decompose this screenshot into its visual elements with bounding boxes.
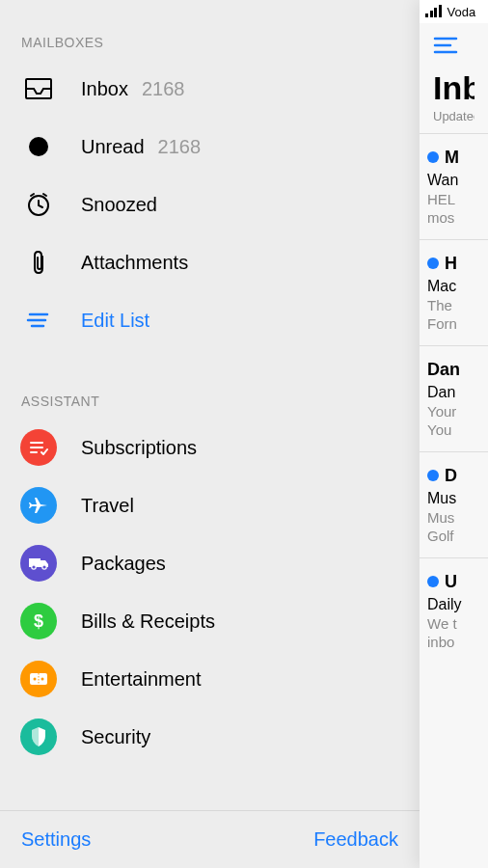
inbox-label: Inbox [81,78,128,100]
attachments-label: Attachments [81,252,188,274]
message-sender: U [445,572,457,591]
message-preview: Forn [427,315,488,332]
sidebar-item-subscriptions[interactable]: Subscriptions [0,419,420,476]
unread-dot-icon [427,258,439,269]
hamburger-menu-button[interactable] [433,37,474,54]
page-title: Inbox [433,69,474,107]
status-bar: Voda [420,0,488,23]
message-sender: D [445,466,457,485]
svg-point-1 [29,137,48,156]
sidebar-item-security[interactable]: Security [0,708,420,766]
clock-icon [19,192,58,217]
edit-list-label: Edit List [81,310,149,332]
settings-button[interactable]: Settings [21,828,91,851]
message-sender: H [445,254,457,273]
paperclip-icon [19,249,58,276]
message-preview: inbo [427,634,488,650]
svg-point-8 [41,678,44,681]
inbox-icon [19,78,58,99]
security-icon [19,719,58,755]
assistant-section: ASSISTANT Subscriptions T [0,393,420,766]
mailboxes-header: MAILBOXES [0,35,420,60]
subscriptions-label: Subscriptions [81,437,197,459]
sidebar-item-unread[interactable]: Unread 2168 [0,118,420,176]
signal-icon [425,6,442,17]
bills-icon: $ [19,603,58,639]
packages-label: Packages [81,553,166,575]
app-container: MAILBOXES Inbox 2168 Unread 2168 Sn [0,0,488,868]
inbox-count: 2168 [142,78,185,100]
message-item[interactable]: U Daily We t inbo [420,558,488,664]
sidebar-item-packages[interactable]: Packages [0,534,420,592]
entertainment-icon [19,661,58,697]
svg-point-3 [32,565,36,569]
unread-count: 2168 [158,136,202,158]
security-label: Security [81,726,150,748]
message-preview: HEL [427,191,488,207]
edit-list-button[interactable]: Edit List [0,291,420,349]
message-preview: mos [427,209,488,226]
unread-icon [19,135,58,158]
unread-dot-icon [427,470,439,481]
sidebar-scroll: MAILBOXES Inbox 2168 Unread 2168 Sn [0,0,420,810]
message-subject: Mus [427,490,488,507]
snoozed-label: Snoozed [81,194,157,216]
message-item[interactable]: D Mus Mus Golf [420,452,488,558]
sidebar-item-attachments[interactable]: Attachments [0,233,420,291]
subscriptions-icon [19,429,58,466]
message-preview: Your [427,403,488,420]
svg-text:$: $ [34,611,43,631]
sidebar-item-bills[interactable]: $ Bills & Receipts [0,592,420,650]
message-item[interactable]: M Wan HEL mos [420,134,488,240]
message-preview: We t [427,615,488,632]
sidebar-item-inbox[interactable]: Inbox 2168 [0,60,420,118]
unread-dot-icon [427,151,439,163]
message-preview: The [427,297,488,313]
message-subject: Daily [427,596,488,613]
packages-icon [19,545,58,582]
sidebar: MAILBOXES Inbox 2168 Unread 2168 Sn [0,0,420,868]
assistant-header: ASSISTANT [0,393,420,419]
sidebar-footer: Settings Feedback [0,810,420,868]
page-subtitle: Updated [433,109,474,123]
unread-dot-icon [427,576,439,587]
travel-icon [19,487,58,524]
message-list: M Wan HEL mos H Mac The Forn Dan Dan You… [420,133,488,868]
edit-list-icon [19,312,58,329]
svg-point-7 [34,678,37,681]
message-subject: Mac [427,278,488,295]
main-header: Inbox Updated [420,23,488,133]
message-subject: Wan [427,172,488,189]
entertainment-label: Entertainment [81,668,202,691]
bills-label: Bills & Receipts [81,610,215,633]
message-item[interactable]: Dan Dan Your You [420,346,488,452]
main-preview-panel[interactable]: Voda Inbox Updated M Wan HEL mos H Mac T… [420,0,488,868]
feedback-button[interactable]: Feedback [313,828,398,851]
message-sender: Dan [427,360,460,379]
message-preview: Mus [427,509,488,526]
svg-point-4 [42,565,46,569]
sidebar-item-entertainment[interactable]: Entertainment [0,650,420,708]
message-preview: Golf [427,528,488,544]
message-sender: M [445,148,459,167]
sidebar-item-snoozed[interactable]: Snoozed [0,176,420,233]
carrier-label: Voda [447,5,476,19]
message-item[interactable]: H Mac The Forn [420,240,488,346]
message-subject: Dan [427,384,488,401]
message-preview: You [427,421,488,438]
travel-label: Travel [81,495,134,517]
unread-label: Unread [81,136,145,158]
sidebar-item-travel[interactable]: Travel [0,476,420,534]
